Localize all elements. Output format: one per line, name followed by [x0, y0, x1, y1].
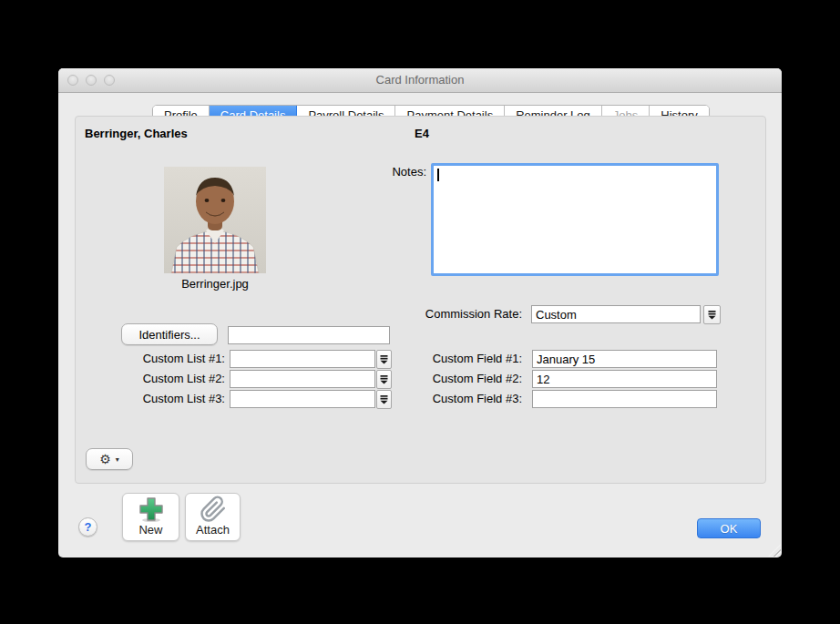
- portrait-illustration: [164, 167, 266, 273]
- commission-rate-dropdown-button[interactable]: [703, 305, 721, 324]
- drop-list-arrow-icon: [707, 310, 717, 320]
- identifiers-button-label: Identifiers...: [138, 328, 200, 342]
- ok-button-label: OK: [721, 522, 738, 536]
- question-mark-icon: ?: [85, 520, 92, 534]
- custom-field-3-input[interactable]: [532, 390, 717, 408]
- photo-caption: Berringer.jpg: [164, 277, 266, 291]
- chevron-down-icon: ▾: [116, 455, 119, 464]
- card-information-window: Card Information Profile Card Details Pa…: [58, 68, 782, 558]
- window-title: Card Information: [58, 68, 782, 92]
- resize-grip-icon[interactable]: [768, 544, 781, 557]
- commission-rate-input[interactable]: [531, 305, 701, 323]
- custom-list-2-label: Custom List #2:: [95, 372, 225, 385]
- custom-field-1-input[interactable]: [532, 350, 717, 368]
- custom-list-3-input[interactable]: [230, 390, 375, 408]
- gear-icon: ⚙: [99, 453, 111, 465]
- custom-field-1-label: Custom Field #1:: [386, 352, 522, 365]
- attach-button-label: Attach: [196, 523, 230, 537]
- new-button-label: New: [138, 523, 162, 537]
- notes-input[interactable]: [431, 163, 719, 276]
- custom-field-3-label: Custom Field #3:: [386, 392, 522, 405]
- employee-code: E4: [415, 127, 429, 140]
- window-titlebar[interactable]: Card Information: [58, 68, 782, 93]
- portrait-photo: [164, 167, 266, 273]
- custom-field-2-label: Custom Field #2:: [386, 372, 522, 385]
- card-name: Berringer, Charles: [85, 127, 188, 140]
- paperclip-icon: [191, 495, 234, 523]
- attach-button[interactable]: Attach: [185, 493, 241, 541]
- ok-button[interactable]: OK: [697, 518, 761, 538]
- plus-icon: [128, 495, 173, 523]
- identifiers-input[interactable]: [228, 326, 390, 344]
- custom-list-1-input[interactable]: [230, 350, 375, 368]
- custom-list-1-label: Custom List #1:: [95, 352, 225, 365]
- custom-list-2-input[interactable]: [230, 370, 375, 388]
- custom-field-2-input[interactable]: [532, 370, 717, 388]
- identifiers-button[interactable]: Identifiers...: [121, 323, 218, 345]
- custom-list-3-label: Custom List #3:: [95, 392, 225, 405]
- help-button[interactable]: ?: [78, 517, 97, 537]
- text-caret: [437, 169, 439, 181]
- commission-rate-label: Commission Rate:: [359, 307, 522, 321]
- new-button[interactable]: New: [122, 493, 179, 541]
- desktop-background: Card Information Profile Card Details Pa…: [0, 0, 840, 624]
- actions-gear-button[interactable]: ⚙ ▾: [86, 448, 133, 470]
- notes-label: Notes:: [364, 165, 426, 179]
